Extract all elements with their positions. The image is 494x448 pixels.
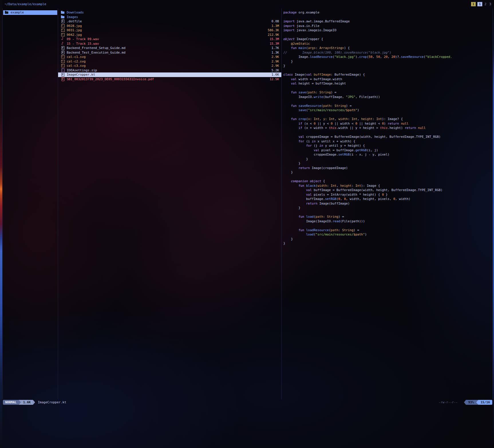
file-row[interactable]: 09 - Track 09.wav15.3M <box>58 37 281 42</box>
parent-pane: example <box>3 8 58 399</box>
tab-3[interactable]: 3 <box>489 2 492 6</box>
file-row[interactable]: .dotfile0.0B <box>58 19 281 24</box>
code-line: } <box>283 59 493 64</box>
code-line: } <box>283 241 493 246</box>
file-size: 0.0B <box>272 19 279 24</box>
powerline-separator <box>19 400 21 405</box>
file-row[interactable]: ImageCropper.kt1.6K <box>58 72 281 77</box>
archive-file-icon <box>61 68 65 72</box>
code-line <box>283 99 493 104</box>
file-name: .dotfile <box>67 19 268 24</box>
file-name: cal-c2.svg <box>67 59 268 64</box>
file-name: Backend_Test_Execution_Guide.md <box>67 50 268 55</box>
file-name: 0031.jpg <box>67 28 264 33</box>
current-pane: DownloadsImages.dotfile0.0B0028.jpg1.3M0… <box>58 8 282 399</box>
code-line: } <box>283 161 493 166</box>
file-name: SBI_0032013739_2023_DE05_0003155631Invoi… <box>67 77 266 82</box>
file-row[interactable]: Backend_Frontend_Setup_Guide.md1.7K <box>58 46 281 50</box>
file-size: 1.6K <box>272 72 279 77</box>
parent-item-example[interactable]: example <box>3 10 57 15</box>
code-line: import javax.imageio.ImageIO <box>283 28 493 33</box>
file-list: DownloadsImages.dotfile0.0B0028.jpg1.3M0… <box>58 8 281 81</box>
file-row[interactable]: 15 - Track 15.wav15.3M <box>58 42 281 46</box>
directory-name: example <box>11 10 24 15</box>
file-name: 15 - Track 15.wav <box>67 42 266 46</box>
file-row[interactable]: SBI_0032013739_2023_DE05_0003155631Invoi… <box>58 77 281 82</box>
code-line: save("src/main/resources/$path") <box>283 108 493 113</box>
markdown-file-icon <box>61 51 65 54</box>
code-line: fun black(width: Int, height: Int): Imag… <box>283 184 493 188</box>
image-file-icon <box>61 28 65 32</box>
file-row[interactable]: Backend_Test_Execution_Guide.md1.3K <box>58 50 281 55</box>
code-line: companion object { <box>283 179 493 184</box>
code-line: if (x + width > this.width || y + height… <box>283 126 493 130</box>
code-line: // Image.black(100, 100).saveResource("b… <box>283 50 493 55</box>
code-line: } <box>283 170 493 175</box>
file-row[interactable]: Downloads <box>58 10 281 15</box>
code-line: val croppedImage = BufferedImage(width, … <box>283 135 493 139</box>
svg-file-icon <box>61 55 65 59</box>
file-name: IDEAsettings.zip <box>67 68 268 73</box>
image-file-icon <box>61 33 65 37</box>
tab-1[interactable]: 1 <box>471 2 476 6</box>
code-line: load("src/main/resources/$path") <box>283 232 493 237</box>
code-line: fun save(path: String) = <box>283 90 493 95</box>
code-line: Image(ImageIO.read(File(path))) <box>283 219 493 224</box>
powerline-separator <box>464 400 466 405</box>
code-line: return Image(buffImage) <box>283 201 493 206</box>
file-row[interactable]: 0031.jpg586.3K <box>58 28 281 33</box>
status-filename: ImageCropper.kt <box>38 400 66 404</box>
wallpaper-left-edge <box>0 0 2 448</box>
code-line: val pixel = buffImage.getRGB(i, j) <box>283 148 493 153</box>
file-manager-panes: example DownloadsImages.dotfile0.0B0028.… <box>2 8 493 399</box>
preview-pane[interactable]: package org.example import java.awt.imag… <box>282 8 493 399</box>
code-preview: package org.example import java.awt.imag… <box>282 8 493 246</box>
file-row[interactable]: 0028.jpg1.3M <box>58 24 281 28</box>
code-line: fun load(path: String) = <box>283 215 493 219</box>
mode-badge: NORMAL <box>3 400 19 405</box>
tab-1[interactable]: 1 <box>477 2 482 6</box>
file-icon <box>61 19 65 23</box>
code-line: croppedImage.setRGB(i - x, j - y, pixel) <box>283 152 493 157</box>
file-name: 0028.jpg <box>67 24 268 28</box>
file-row[interactable]: IDEAsettings.zip5.2K <box>58 68 281 73</box>
file-size: 12.5K <box>270 77 279 82</box>
code-line <box>283 210 493 215</box>
svg-file-icon <box>61 64 65 68</box>
code-line <box>283 15 493 19</box>
code-line: val pixels = IntArray(width * height) { … <box>283 192 493 197</box>
file-size: 15.3M <box>270 37 279 42</box>
status-bar-left: NORMAL 1.6K ImageCropper.kt <box>3 400 66 405</box>
code-line: fun saveResource(path: String) = <box>283 104 493 108</box>
code-line: val height = buffImage.height <box>283 81 493 86</box>
header-bar: ~/Data/example/example 1123 <box>2 1 493 7</box>
code-line: import java.awt.image.BufferedImage <box>283 19 493 24</box>
file-name: 09 - Track 09.wav <box>67 37 266 42</box>
file-size: 5.2K <box>272 68 279 73</box>
audio-file-icon <box>61 42 65 46</box>
file-row[interactable]: cal-c3.svg2.9K <box>58 64 281 68</box>
file-size: 212.9K <box>268 33 279 37</box>
file-name: Backend_Frontend_Setup_Guide.md <box>67 46 268 50</box>
file-row[interactable]: cal-c2.svg2.9K <box>58 59 281 64</box>
code-line: fun loadResource(path: String) = <box>283 228 493 233</box>
file-row[interactable]: 0042.jpg212.9K <box>58 33 281 37</box>
file-size: 2.9K <box>272 64 279 68</box>
file-row[interactable]: cal-c1.svg2.9K <box>58 55 281 59</box>
powerline-separator <box>33 400 35 405</box>
breadcrumb-path: ~/Data/example/example <box>5 2 46 6</box>
parent-directory-list: example <box>3 8 58 15</box>
file-row[interactable]: Images <box>58 15 281 19</box>
tab-2[interactable]: 2 <box>484 2 487 6</box>
scroll-percent-badge: 93% <box>466 400 476 405</box>
code-line: fun crop(x: Int, y: Int, width: Int, hei… <box>283 117 493 121</box>
wallpaper-right-edge <box>493 0 494 448</box>
code-line <box>283 223 493 228</box>
code-line <box>283 33 493 37</box>
tab-bar: 1123 <box>471 2 492 6</box>
downloads-folder-icon <box>61 11 65 14</box>
image-file-icon <box>61 24 65 28</box>
audio-file-icon <box>61 37 65 41</box>
code-line <box>283 175 493 179</box>
powerline-separator <box>476 400 478 405</box>
